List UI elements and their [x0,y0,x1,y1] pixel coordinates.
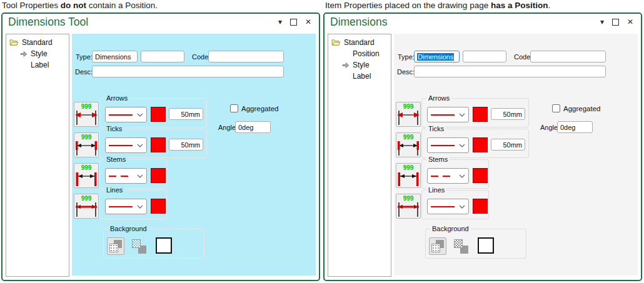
tree-item-label: Standard [22,38,53,47]
ticks-color-swatch[interactable] [473,137,488,152]
icon-badge: 999 [403,164,414,171]
tree-item-label-page[interactable]: Label [328,71,391,82]
arrows-group: Arrows [421,98,529,127]
tree-item-standard[interactable]: Standard [328,37,391,48]
pattern-background-button[interactable] [130,237,148,255]
window-title: Dimensions Tool [8,16,88,29]
caption-right-prefix: Item Properties placed on the drawing pa… [325,1,491,10]
red-line-sample [109,114,133,116]
transparent-fill-icon [431,244,440,252]
stems-group-label: Stems [104,156,128,163]
dimension-arrows-preview-icon: 999 [74,102,99,127]
arrows-size-input[interactable] [169,108,203,120]
ticks-color-swatch[interactable] [151,137,166,152]
background-group: Background [103,229,204,259]
stems-group: Stems [99,159,167,189]
icon-badge: 999 [81,103,92,110]
stems-color-swatch[interactable] [473,168,488,183]
background-color-swatch[interactable] [156,237,172,254]
background-color-swatch[interactable] [478,237,494,254]
window-controls: ▾ ✕ [600,18,633,26]
type-label: Type: [76,53,93,61]
code-input[interactable] [530,51,606,62]
icon-badge: 999 [81,134,92,141]
lines-line-style-select[interactable] [105,199,147,214]
arrows-line-style-select[interactable] [105,107,147,122]
lines-color-swatch[interactable] [151,199,166,214]
background-group-label: Background [430,225,471,232]
lines-group-label: Lines [426,186,446,194]
chevron-down-icon [137,174,143,178]
desc-input[interactable] [92,66,284,77]
caption-right-suffix: . [548,1,550,10]
window-menu-icon[interactable]: ▾ [278,18,282,26]
pattern-fill-icon [454,239,463,248]
stems-color-swatch[interactable] [151,168,166,183]
maximize-icon[interactable] [290,19,297,26]
red-line-sample [431,145,455,146]
caption-left-prefix: Tool Properties [2,1,61,10]
tree-item-label: Label [353,72,371,81]
transparent-background-button[interactable] [107,237,124,255]
maximize-icon[interactable] [612,19,619,26]
desc-input[interactable] [414,66,606,77]
chevron-down-icon [459,205,465,209]
caption-right: Item Properties placed on the drawing pa… [325,1,550,10]
close-icon[interactable]: ✕ [627,18,633,26]
dimension-stems-preview-icon: 999 [74,163,99,188]
arrows-color-swatch[interactable] [151,107,166,122]
pattern-background-button[interactable] [452,237,470,255]
aggregated-label: Aggregated [563,105,600,112]
title-bar[interactable]: Dimensions ▾ ✕ [325,14,641,32]
lines-line-style-select[interactable] [427,199,469,214]
code-label: Code: [514,53,532,61]
dimensions-tool-window: Dimensions Tool ▾ ✕ Standard Style Label… [1,12,320,281]
desc-label: Desc: [397,68,415,76]
close-icon[interactable]: ✕ [305,18,311,26]
aggregated-checkbox[interactable] [552,104,560,112]
aggregated-checkbox[interactable] [230,104,238,112]
tree-item-style[interactable]: Style [328,59,391,71]
arrows-group-label: Arrows [426,94,451,102]
chevron-down-icon [459,174,465,178]
code-input[interactable] [208,51,284,62]
tree-item-position[interactable]: Position [328,48,391,59]
type-secondary-input[interactable] [463,51,506,62]
arrows-color-swatch[interactable] [473,107,488,122]
selected-text: Dimensions [417,53,454,61]
tree-item-style[interactable]: Style [6,48,69,59]
icon-badge: 999 [81,164,92,171]
lines-color-swatch[interactable] [473,199,488,214]
ticks-size-input[interactable] [169,139,203,151]
red-dashed-line-sample [431,176,455,177]
ticks-line-style-select[interactable] [105,137,147,153]
dimension-lines-preview-icon: 999 [74,194,99,219]
angle-input[interactable] [557,121,593,133]
dimension-stems-preview-icon: 999 [396,163,421,188]
stems-line-style-select[interactable] [105,168,147,184]
caption-right-bold: has a Position [491,1,548,10]
property-tree: Standard Position Style Label [328,34,391,277]
stems-line-style-select[interactable] [427,168,469,184]
red-line-sample [109,145,133,146]
ticks-size-input[interactable] [491,139,525,151]
tree-item-label: Style [353,61,370,69]
arrows-line-style-select[interactable] [427,107,469,122]
dimension-arrows-preview-icon: 999 [396,102,421,127]
lines-group: Lines [99,190,167,219]
ticks-group-label: Ticks [426,125,446,132]
tree-item-label-page[interactable]: Label [6,59,69,71]
folder-icon [9,39,19,46]
angle-input[interactable] [235,121,271,133]
arrows-size-input[interactable] [491,108,525,120]
type-input[interactable] [92,51,138,62]
chevron-down-icon [137,113,143,117]
type-secondary-input[interactable] [141,51,184,62]
transparent-fill-icon [109,244,118,252]
title-bar[interactable]: Dimensions Tool ▾ ✕ [3,14,319,32]
type-input[interactable]: Dimensions [414,51,460,62]
ticks-line-style-select[interactable] [427,137,469,153]
window-menu-icon[interactable]: ▾ [600,18,604,26]
tree-item-standard[interactable]: Standard [6,37,69,48]
transparent-background-button[interactable] [429,237,446,255]
